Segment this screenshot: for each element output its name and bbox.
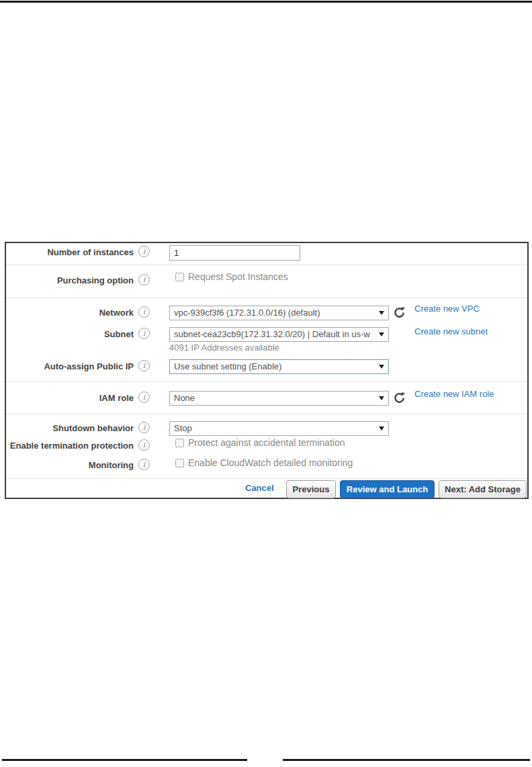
create-new-vpc-link[interactable]: Create new VPC	[414, 304, 480, 314]
info-icon[interactable]: i	[138, 422, 150, 433]
review-and-launch-button[interactable]: Review and Launch	[340, 480, 435, 498]
info-icon[interactable]: i	[138, 274, 150, 285]
shutdown-behavior-select[interactable]: Stop	[169, 421, 389, 436]
page-footer-rule-right	[283, 759, 530, 761]
create-new-iam-role-link[interactable]: Create new IAM role	[414, 389, 494, 399]
chevron-down-icon	[379, 365, 384, 369]
enable-cloudwatch-monitoring-checkbox[interactable]	[175, 459, 184, 467]
spot-instances-checkbox-row: Request Spot Instances	[175, 271, 288, 282]
previous-button[interactable]: Previous	[286, 480, 336, 498]
number-of-instances-label: Number of instances	[6, 247, 134, 257]
next-add-storage-button[interactable]: Next: Add Storage	[439, 480, 527, 498]
network-select[interactable]: vpc-939cf3f6 (172.31.0.0/16) (default)	[169, 306, 389, 320]
network-select-value: vpc-939cf3f6 (172.31.0.0/16) (default)	[174, 308, 320, 318]
ip-addresses-available-note: 4091 IP Addresses available	[169, 343, 279, 353]
monitoring-label: Monitoring	[6, 460, 134, 470]
number-of-instances-input[interactable]	[169, 245, 300, 261]
iam-role-select-value: None	[174, 393, 195, 403]
protect-against-accidental-termination-checkbox[interactable]	[175, 439, 184, 447]
iam-role-select[interactable]: None	[169, 391, 389, 406]
subnet-select-value: subnet-cea23cb9(172.31.32.0/20) | Defaul…	[174, 329, 370, 339]
monitoring-checkbox-row: Enable CloudWatch detailed monitoring	[175, 457, 353, 468]
protect-against-accidental-termination-label: Protect against accidental termination	[188, 437, 345, 448]
info-icon[interactable]: i	[138, 306, 150, 318]
auto-assign-public-ip-select-value: Use subnet setting (Enable)	[174, 361, 281, 371]
iam-role-label: IAM role	[6, 393, 134, 403]
divider	[6, 478, 527, 479]
shutdown-behavior-label: Shutdown behavior	[6, 423, 134, 433]
shutdown-behavior-select-value: Stop	[174, 423, 192, 433]
create-new-subnet-link[interactable]: Create new subnet	[414, 326, 488, 336]
chevron-down-icon	[379, 332, 384, 336]
divider	[6, 381, 527, 382]
network-label: Network	[6, 308, 134, 318]
info-icon[interactable]: i	[138, 328, 150, 339]
refresh-icon[interactable]	[393, 392, 406, 404]
info-icon[interactable]: i	[138, 392, 150, 403]
cancel-link[interactable]: Cancel	[245, 483, 274, 493]
termination-protection-label: Enable termination protection	[6, 441, 134, 451]
divider	[6, 265, 527, 265]
info-icon[interactable]: i	[138, 246, 150, 257]
page-footer-rule-left	[2, 759, 247, 761]
page-header-rule	[0, 1, 532, 3]
configure-instance-details-panel: Number of instances i Purchasing option …	[5, 242, 529, 499]
chevron-down-icon	[379, 311, 384, 315]
termination-protection-checkbox-row: Protect against accidental termination	[175, 437, 345, 448]
divider	[6, 298, 527, 298]
purchasing-option-label: Purchasing option	[6, 275, 134, 285]
refresh-icon[interactable]	[393, 306, 406, 319]
enable-cloudwatch-monitoring-label: Enable CloudWatch detailed monitoring	[188, 457, 353, 468]
chevron-down-icon	[379, 396, 384, 400]
subnet-label: Subnet	[6, 329, 134, 339]
info-icon[interactable]: i	[138, 459, 150, 470]
auto-assign-public-ip-select[interactable]: Use subnet setting (Enable)	[169, 359, 389, 374]
book-page: Number of instances i Purchasing option …	[0, 0, 532, 767]
auto-assign-public-ip-label: Auto-assign Public IP	[6, 361, 134, 371]
info-icon[interactable]: i	[138, 360, 150, 371]
divider	[6, 414, 527, 414]
request-spot-instances-label: Request Spot Instances	[188, 271, 288, 282]
request-spot-instances-checkbox[interactable]	[175, 273, 184, 281]
chevron-down-icon	[379, 426, 384, 431]
subnet-select[interactable]: subnet-cea23cb9(172.31.32.0/20) | Defaul…	[169, 327, 389, 342]
info-icon[interactable]: i	[138, 439, 150, 451]
